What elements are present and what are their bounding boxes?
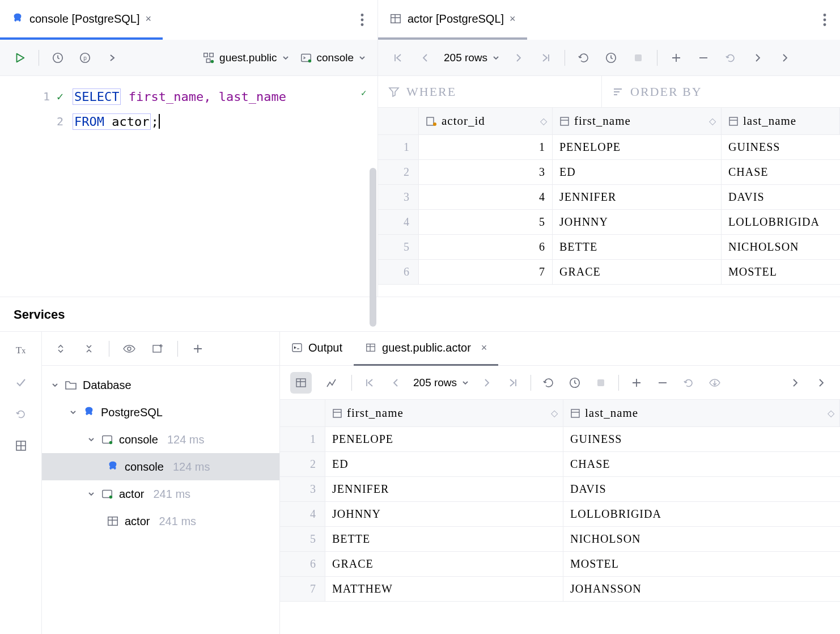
commit-icon[interactable] xyxy=(12,374,29,391)
rowcount-dropdown[interactable]: 205 rows xyxy=(413,377,469,389)
tab-output[interactable]: Output xyxy=(280,332,354,366)
session-dropdown[interactable]: console xyxy=(300,52,367,64)
inspection-check-icon[interactable]: ✓ xyxy=(360,88,367,98)
tree-node-actor-result[interactable]: actor 241 ms xyxy=(42,508,279,535)
add-row-icon[interactable] xyxy=(628,374,645,391)
cell-first-name[interactable]: JOHNNY xyxy=(325,502,563,526)
rollback-icon[interactable] xyxy=(12,405,29,422)
table-row[interactable]: 45JOHNNYLOLLOBRIGIDA xyxy=(378,210,840,235)
show-icon[interactable] xyxy=(121,340,138,357)
cell-first-name[interactable]: ED xyxy=(325,452,563,476)
cell-last-name[interactable]: DAVIS xyxy=(563,477,840,501)
first-page-icon[interactable] xyxy=(389,49,406,66)
table-row[interactable]: 23EDCHASE xyxy=(378,160,840,185)
tx-icon[interactable]: Tx xyxy=(12,342,29,359)
table-row[interactable]: 1PENELOPEGUINESS xyxy=(280,427,840,452)
chart-view-button[interactable] xyxy=(321,372,342,394)
prev-page-icon[interactable] xyxy=(417,49,434,66)
reload-icon[interactable] xyxy=(575,49,592,66)
table-row[interactable]: 34JENNIFERDAVIS xyxy=(378,185,840,210)
tree-node-database[interactable]: Database xyxy=(42,371,279,399)
cell-last-name[interactable]: NICHOLSON xyxy=(563,527,840,551)
auto-refresh-icon[interactable] xyxy=(603,49,620,66)
close-icon[interactable]: × xyxy=(146,13,152,25)
cell-first-name[interactable]: JENNIFER xyxy=(325,477,563,501)
tree-node-postgresql[interactable]: PostgreSQL xyxy=(42,399,279,426)
run-button[interactable] xyxy=(11,49,28,66)
last-page-icon[interactable] xyxy=(504,374,521,391)
tab-result-table[interactable]: guest.public.actor × xyxy=(354,332,498,366)
cell-first-name[interactable]: BETTE xyxy=(553,235,722,259)
tab-actor[interactable]: actor [PostgreSQL] × xyxy=(378,0,527,40)
chevron-right-icon[interactable] xyxy=(777,49,794,66)
cell-last-name[interactable]: DAVIS xyxy=(722,185,840,209)
cell-last-name[interactable]: GUINESS xyxy=(722,135,840,159)
close-icon[interactable]: × xyxy=(481,342,487,354)
tab-console[interactable]: console [PostgreSQL] × xyxy=(0,0,163,40)
remove-row-icon[interactable] xyxy=(695,49,712,66)
table-row[interactable]: 6GRACEMOSTEL xyxy=(280,552,840,577)
rowcount-dropdown[interactable]: 205 rows xyxy=(444,52,500,64)
cell-first-name[interactable]: PENELOPE xyxy=(325,427,563,451)
next-page-icon[interactable] xyxy=(510,49,527,66)
cell-last-name[interactable]: MOSTEL xyxy=(722,260,840,284)
new-session-icon[interactable] xyxy=(149,340,166,357)
expand-all-icon[interactable] xyxy=(52,340,69,357)
collapse-all-icon[interactable] xyxy=(80,340,97,357)
column-header-last-name[interactable]: last_name◇ xyxy=(563,400,840,426)
orderby-filter[interactable]: ORDER BY xyxy=(602,76,712,107)
scrollbar-thumb[interactable] xyxy=(370,168,376,327)
cell-last-name[interactable]: JOHANSSON xyxy=(563,577,840,601)
cell-first-name[interactable]: GRACE xyxy=(325,552,563,576)
column-header-first-name[interactable]: first_name◇ xyxy=(325,400,563,426)
reload-icon[interactable] xyxy=(540,374,557,391)
prev-page-icon[interactable] xyxy=(387,374,404,391)
stop-icon[interactable] xyxy=(592,374,609,391)
cell-last-name[interactable]: MOSTEL xyxy=(563,552,840,576)
cell-first-name[interactable]: MATTHEW xyxy=(325,577,563,601)
cell-last-name[interactable]: NICHOLSON xyxy=(722,235,840,259)
cell-first-name[interactable]: GRACE xyxy=(553,260,722,284)
cell-actor-id[interactable]: 1 xyxy=(419,135,553,159)
first-page-icon[interactable] xyxy=(361,374,378,391)
column-header-last-name[interactable]: last_name xyxy=(722,108,840,134)
cell-last-name[interactable]: CHASE xyxy=(722,160,840,184)
table-row[interactable]: 56BETTENICHOLSON xyxy=(378,235,840,260)
cell-first-name[interactable]: ED xyxy=(553,160,722,184)
table-row[interactable]: 7MATTHEWJOHANSSON xyxy=(280,577,840,602)
auto-refresh-icon[interactable] xyxy=(566,374,583,391)
last-page-icon[interactable] xyxy=(537,49,554,66)
tab-overflow-menu[interactable] xyxy=(347,14,377,26)
table-row[interactable]: 67GRACEMOSTEL xyxy=(378,260,840,285)
chevron-right-icon[interactable] xyxy=(749,49,766,66)
table-row[interactable]: 3JENNIFERDAVIS xyxy=(280,477,840,502)
next-page-icon[interactable] xyxy=(478,374,495,391)
table-view-button[interactable] xyxy=(290,372,312,394)
cell-first-name[interactable]: BETTE xyxy=(325,527,563,551)
add-icon[interactable] xyxy=(189,340,206,357)
tree-node-console-result[interactable]: console 124 ms xyxy=(42,453,279,480)
tree-node-console[interactable]: console 124 ms xyxy=(42,426,279,453)
schema-dropdown[interactable]: guest.public xyxy=(202,52,289,64)
cell-first-name[interactable]: JENNIFER xyxy=(553,185,722,209)
playground-icon[interactable]: p xyxy=(77,49,94,66)
cell-actor-id[interactable]: 5 xyxy=(419,210,553,234)
cell-last-name[interactable]: LOLLOBRIGIDA xyxy=(563,502,840,526)
table-row[interactable]: 11PENELOPEGUINESS xyxy=(378,135,840,160)
layout-icon[interactable] xyxy=(12,437,29,454)
export-icon[interactable] xyxy=(706,374,723,391)
sql-editor[interactable]: 1✓ 2 SELECT first_name, last_name FROM a… xyxy=(0,76,377,297)
revert-icon[interactable] xyxy=(722,49,739,66)
close-icon[interactable]: × xyxy=(510,13,516,25)
chevron-right-icon[interactable] xyxy=(787,374,804,391)
cell-actor-id[interactable]: 4 xyxy=(419,185,553,209)
column-header-actor-id[interactable]: actor_id◇ xyxy=(419,108,553,134)
chevron-right-icon[interactable] xyxy=(104,49,121,66)
cell-last-name[interactable]: CHASE xyxy=(563,452,840,476)
cell-last-name[interactable]: LOLLOBRIGIDA xyxy=(722,210,840,234)
chevron-right-icon[interactable] xyxy=(813,374,830,391)
cell-actor-id[interactable]: 3 xyxy=(419,160,553,184)
tree-node-actor[interactable]: actor 241 ms xyxy=(42,480,279,508)
revert-icon[interactable] xyxy=(680,374,697,391)
cell-first-name[interactable]: JOHNNY xyxy=(553,210,722,234)
